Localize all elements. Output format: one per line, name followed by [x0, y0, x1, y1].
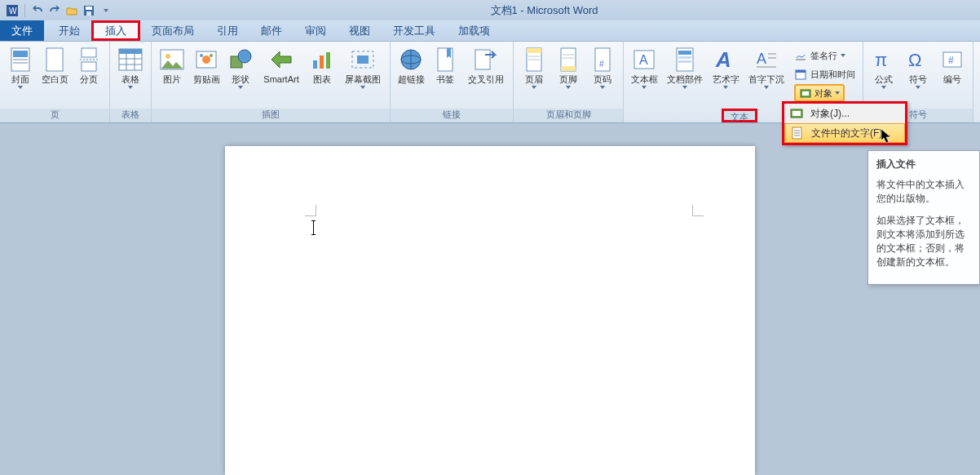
svg-text:A: A [715, 47, 731, 72]
quickparts-button[interactable]: 文档部件 [662, 45, 708, 89]
pagenum-button[interactable]: # 页码 [586, 45, 619, 89]
chart-icon [309, 47, 335, 73]
smartart-button[interactable]: SmartArt [258, 45, 304, 84]
svg-text:π: π [875, 50, 887, 70]
chart-label: 图表 [313, 74, 331, 84]
svg-point-20 [166, 54, 170, 59]
svg-point-23 [200, 54, 203, 57]
screenshot-button[interactable]: 屏幕截图 [340, 45, 386, 89]
clipart-label: 剪贴画 [193, 74, 220, 84]
tab-references[interactable]: 引用 [205, 20, 249, 41]
svg-point-24 [210, 54, 213, 57]
menu-item-object[interactable]: 对象(J)... [784, 104, 905, 123]
svg-rect-7 [13, 59, 28, 60]
undo-icon[interactable] [30, 3, 45, 18]
datetime-icon [794, 68, 807, 81]
tab-view[interactable]: 视图 [338, 20, 382, 41]
quick-access-toolbar: W [5, 3, 113, 18]
svg-text:A: A [639, 53, 648, 67]
blank-page-icon [42, 47, 68, 73]
text-stack: 签名行 日期和时间 对象 [791, 45, 859, 102]
object-button-row: 对象 [791, 84, 859, 102]
word-icon[interactable]: W [5, 3, 20, 18]
bookmark-icon [432, 47, 458, 73]
textbox-button[interactable]: A 文本框 [628, 45, 660, 89]
footer-button[interactable]: 页脚 [552, 45, 585, 89]
ribbon: 封面 空白页 分页 页 表格 表格 图片 [0, 42, 980, 123]
shapes-button[interactable]: 形状 [224, 45, 257, 89]
tab-mailings[interactable]: 邮件 [249, 20, 294, 41]
symbol-button[interactable]: Ω 符号 [902, 45, 934, 89]
tooltip-p2: 如果选择了文本框，则文本将添加到所选的文本框；否则，将创建新的文本框。 [876, 214, 971, 269]
wordart-icon: A [713, 47, 739, 73]
hyperlink-label: 超链接 [398, 74, 425, 84]
group-pages-label: 页 [0, 109, 109, 122]
tab-insert[interactable]: 插入 [91, 20, 140, 41]
equation-icon: π [871, 47, 897, 73]
tab-review[interactable]: 审阅 [294, 20, 338, 41]
group-hf-label: 页眉和页脚 [514, 109, 623, 122]
page-break-button[interactable]: 分页 [73, 45, 105, 84]
svg-rect-51 [678, 56, 691, 59]
signature-line-button[interactable]: 签名行 [791, 47, 859, 64]
wordart-label: 艺术字 [713, 74, 739, 84]
blank-page-button[interactable]: 空白页 [38, 45, 71, 84]
svg-rect-42 [561, 66, 576, 71]
svg-text:Ω: Ω [908, 50, 921, 70]
group-tables: 表格 表格 [110, 42, 152, 122]
document-page[interactable] [225, 146, 755, 475]
qat-dropdown-icon[interactable] [99, 3, 113, 18]
dropcap-label: 首字下沉 [748, 74, 784, 84]
svg-rect-6 [13, 51, 28, 57]
signature-icon [794, 49, 807, 62]
cover-page-button[interactable]: 封面 [4, 45, 37, 89]
textbox-icon: A [631, 47, 657, 73]
datetime-label: 日期和时间 [810, 69, 855, 81]
tab-developer[interactable]: 开发工具 [382, 20, 447, 41]
tab-home[interactable]: 开始 [47, 20, 91, 41]
save-icon[interactable] [82, 3, 96, 18]
object-label: 对象 [814, 87, 832, 100]
hyperlink-button[interactable]: 超链接 [395, 45, 427, 84]
clipart-button[interactable]: 剪贴画 [190, 45, 223, 84]
tab-page-layout[interactable]: 页面布局 [140, 20, 205, 41]
dropcap-button[interactable]: A 首字下沉 [744, 45, 789, 89]
quickparts-icon [672, 47, 698, 73]
table-button[interactable]: 表格 [114, 45, 147, 89]
datetime-button[interactable]: 日期和时间 [791, 65, 859, 83]
number-button[interactable]: # 编号 [936, 45, 969, 84]
svg-rect-14 [119, 49, 142, 54]
menu-item-text-from-file-label: 文件中的文字(F)... [811, 127, 890, 140]
group-text: A 文本框 文档部件 A 艺术字 A 首字下沉 签名行 [624, 42, 863, 122]
header-button[interactable]: 页眉 [518, 45, 550, 89]
redo-icon[interactable] [47, 3, 62, 18]
blank-page-label: 空白页 [42, 74, 68, 84]
group-illustrations-label: 插图 [152, 109, 390, 122]
picture-button[interactable]: 图片 [156, 45, 188, 84]
wordart-button[interactable]: A 艺术字 [709, 45, 742, 89]
footer-icon [555, 47, 581, 73]
signature-line-label: 签名行 [810, 50, 837, 62]
object-button[interactable]: 对象 [794, 84, 845, 102]
window-title: 文档1 - Microsoft Word [113, 3, 975, 18]
group-illustrations: 图片 剪贴画 形状 SmartArt 图表 屏幕截图 插图 [152, 42, 391, 122]
smartart-label: SmartArt [263, 74, 298, 84]
equation-button[interactable]: π 公式 [867, 45, 900, 89]
svg-rect-28 [320, 55, 324, 69]
svg-rect-36 [475, 50, 490, 69]
svg-rect-52 [678, 60, 691, 63]
svg-rect-9 [46, 48, 63, 71]
crossref-button[interactable]: 交叉引用 [463, 45, 509, 84]
tab-file[interactable]: 文件 [0, 20, 44, 41]
tooltip-title: 插入文件 [876, 158, 971, 171]
crossref-label: 交叉引用 [468, 74, 504, 84]
tab-addins[interactable]: 加载项 [447, 20, 501, 41]
chart-button[interactable]: 图表 [306, 45, 338, 84]
dropcap-icon: A [753, 47, 779, 73]
shapes-icon [227, 47, 254, 73]
cover-page-icon [7, 47, 33, 73]
open-icon[interactable] [64, 3, 79, 18]
bookmark-button[interactable]: 书签 [429, 45, 461, 84]
page-break-icon [76, 47, 102, 73]
number-icon: # [939, 47, 965, 73]
